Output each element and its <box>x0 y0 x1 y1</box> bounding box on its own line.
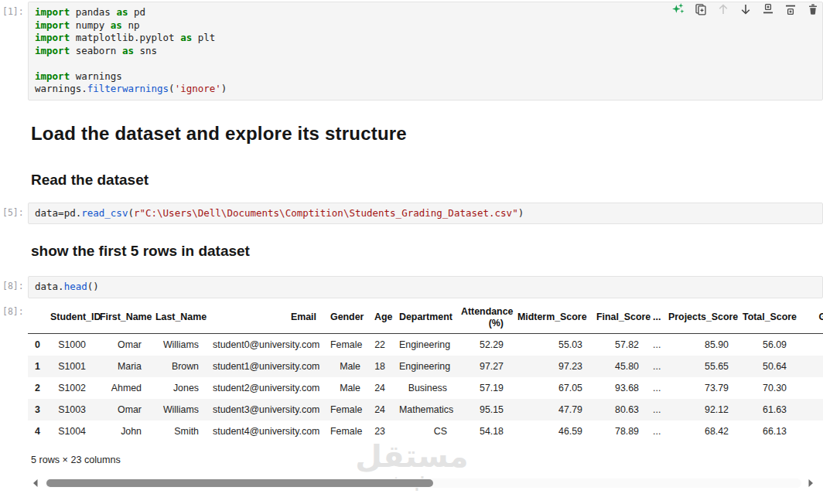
move-cell-up-icon[interactable] <box>716 2 729 15</box>
table-cell: Female <box>323 421 367 442</box>
code-editor[interactable]: data.head() <box>28 276 823 298</box>
table-cell: ... <box>646 356 661 377</box>
column-header: Attendance (%) <box>454 303 511 334</box>
table-cell: 93.68 <box>589 377 646 399</box>
column-header: Last_Name <box>149 303 206 334</box>
table-cell: 54.18 <box>454 421 511 442</box>
table-cell: 73.79 <box>661 377 736 399</box>
table-row: 2S1002AhmedJonesstudent2@university.comM… <box>28 377 823 399</box>
scroll-right-icon[interactable] <box>806 478 815 488</box>
table-cell: S1003 <box>43 399 93 421</box>
table-cell: Business <box>392 377 454 399</box>
dataframe-output: Student_IDFirst_NameLast_NameEmailGender… <box>28 303 823 442</box>
table-cell: 95.15 <box>454 399 511 421</box>
scrollbar-track[interactable] <box>45 478 801 488</box>
table-cell: Female <box>323 333 367 356</box>
table-row: 4S1004JohnSmithstudent4@university.comFe… <box>28 421 823 442</box>
table-cell: 1 <box>28 356 43 377</box>
table-cell: 46.59 <box>511 421 589 442</box>
table-cell: Male <box>323 377 367 399</box>
code-editor[interactable]: data=pd.read_csv(r"C:\Users\Dell\Documen… <box>28 203 823 225</box>
table-cell: Engineering <box>392 333 454 356</box>
code-editor[interactable]: import pandas as pdimport numpy as npimp… <box>28 2 823 100</box>
table-cell: 55.65 <box>661 356 736 377</box>
table-cell: Smith <box>149 421 206 442</box>
table-row: 1S1001MariaBrownstudent1@university.comM… <box>28 356 823 377</box>
table-cell <box>794 333 823 356</box>
column-header: First_Name <box>93 303 149 334</box>
table-row: 3S1003OmarWilliamsstudent3@university.co… <box>28 399 823 421</box>
input-prompt: [8]: <box>0 276 28 291</box>
table-cell: 50.64 <box>736 356 794 377</box>
table-cell: 47.79 <box>511 399 589 421</box>
scrollbar-thumb[interactable] <box>46 479 433 487</box>
table-cell: 68.42 <box>661 421 736 442</box>
table-cell: 57.82 <box>589 333 646 356</box>
table-cell: CS <box>392 421 454 442</box>
insert-cell-above-icon[interactable] <box>761 2 774 15</box>
duplicate-cell-icon[interactable] <box>694 2 707 15</box>
table-cell: Jones <box>149 377 206 399</box>
table-cell: student2@university.com <box>206 377 323 399</box>
scroll-left-icon[interactable] <box>31 478 40 488</box>
output-area: [8]: Student_IDFirst_NameLast_NameEmailG… <box>0 303 823 442</box>
table-cell: Male <box>323 356 367 377</box>
cell-toolbar <box>671 2 819 15</box>
column-header: Gender <box>323 303 367 334</box>
input-prompt: [1]: <box>0 2 28 17</box>
column-header: Department <box>392 303 454 334</box>
column-header: Age <box>367 303 392 334</box>
table-row: 0S1000OmarWilliamsstudent0@university.co… <box>28 333 823 356</box>
table-cell: 56.09 <box>736 333 794 356</box>
table-cell: Omar <box>93 399 149 421</box>
horizontal-scrollbar <box>31 477 815 489</box>
table-cell: 22 <box>367 333 392 356</box>
column-header: Total_Score <box>736 303 794 334</box>
table-cell: ... <box>646 333 661 356</box>
table-cell: S1000 <box>43 333 93 356</box>
table-cell: Brown <box>149 356 206 377</box>
table-cell: John <box>93 421 149 442</box>
table-cell: Ahmed <box>93 377 149 399</box>
table-cell: ... <box>646 421 661 442</box>
table-cell: 78.89 <box>589 421 646 442</box>
delete-cell-icon[interactable] <box>806 2 819 15</box>
column-header: Midterm_Score <box>511 303 589 334</box>
column-header: Projects_Score <box>661 303 736 334</box>
table-cell: 24 <box>367 377 392 399</box>
table-cell: 70.30 <box>736 377 794 399</box>
insert-cell-below-icon[interactable] <box>784 2 797 15</box>
table-cell: Omar <box>93 333 149 356</box>
table-cell: ... <box>646 399 661 421</box>
ai-sparkle-icon[interactable] <box>671 2 685 15</box>
table-cell <box>794 399 823 421</box>
table-cell: S1004 <box>43 421 93 442</box>
table-cell: 4 <box>28 421 43 442</box>
move-cell-down-icon[interactable] <box>739 2 752 15</box>
table-cell: Maria <box>93 356 149 377</box>
column-header: Gr <box>794 303 823 334</box>
table-cell: 97.27 <box>454 356 511 377</box>
table-cell: ... <box>646 377 661 399</box>
table-cell: 52.29 <box>454 333 511 356</box>
table-cell: 57.19 <box>454 377 511 399</box>
table-cell: student4@university.com <box>206 421 323 442</box>
table-cell: 2 <box>28 377 43 399</box>
table-cell <box>794 356 823 377</box>
table-cell: 61.63 <box>736 399 794 421</box>
heading-load-dataset: Load the dataset and explore its structu… <box>31 123 823 145</box>
heading-show-rows: show the first 5 rows in dataset <box>31 243 823 260</box>
notebook: [1]: import pandas as pdimport numpy as … <box>0 0 823 504</box>
table-cell: student1@university.com <box>206 356 323 377</box>
table-cell: Williams <box>149 333 206 356</box>
table-cell: 55.03 <box>511 333 589 356</box>
column-header: Final_Score <box>589 303 646 334</box>
output-prompt: [8]: <box>0 303 28 442</box>
code-cell-imports: [1]: import pandas as pdimport numpy as … <box>0 2 823 100</box>
table-cell: 92.12 <box>661 399 736 421</box>
table-cell: Williams <box>149 399 206 421</box>
table-cell: student3@university.com <box>206 399 323 421</box>
code-cell-head: [8]: data.head() <box>0 276 823 298</box>
code-cell-read-csv: [5]: data=pd.read_csv(r"C:\Users\Dell\Do… <box>0 203 823 225</box>
table-cell: 45.80 <box>589 356 646 377</box>
